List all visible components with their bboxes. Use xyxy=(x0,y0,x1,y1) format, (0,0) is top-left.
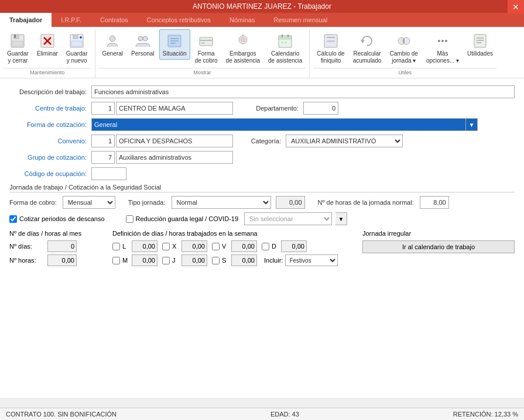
num-horas-label: Nº horas: xyxy=(9,257,47,264)
day-M-input[interactable] xyxy=(132,254,157,266)
day-D-checkbox[interactable] xyxy=(262,243,269,250)
num-dias-row: Nº días: xyxy=(9,240,103,252)
opciones-icon xyxy=(433,32,452,50)
recalcular-label: Recalcular acumulado xyxy=(353,50,382,64)
day-V-input[interactable] xyxy=(231,240,257,252)
eliminar-label: Eliminar xyxy=(37,50,58,57)
day-M-label: M xyxy=(122,257,129,264)
codigo-ocupacion-input[interactable] xyxy=(91,167,126,180)
general-button[interactable]: General xyxy=(99,29,127,60)
day-X-input[interactable] xyxy=(181,240,207,252)
day-D-input[interactable] xyxy=(281,240,307,252)
tab-resumen[interactable]: Resumen mensual xyxy=(264,13,337,27)
days-hours-container: Nº de días / horas al mes Nº días: Nº ho… xyxy=(9,230,353,270)
mostrar-label: Mostrar xyxy=(99,68,306,75)
personal-label: Personal xyxy=(131,50,154,57)
forma-cotizacion-arrow[interactable]: ▼ xyxy=(466,118,478,131)
personal-button[interactable]: Personal xyxy=(128,29,157,60)
incluir-select[interactable]: Festivos xyxy=(285,254,338,266)
week-row-1: L X V D xyxy=(112,240,338,252)
centro-trabajo-label[interactable]: Centro de trabajo: xyxy=(9,105,91,112)
forma-cotizacion-select[interactable]: ▼ xyxy=(91,118,478,131)
centro-name-input[interactable] xyxy=(116,102,233,115)
delete-icon xyxy=(38,32,57,50)
days-hours-section: Nº de días / horas al mes Nº días: Nº ho… xyxy=(9,230,353,270)
tab-contratos[interactable]: Contratos xyxy=(91,13,138,27)
num-dias-input[interactable] xyxy=(47,240,77,252)
svg-rect-35 xyxy=(333,40,335,42)
situacion-icon xyxy=(165,32,184,50)
day-J-input[interactable] xyxy=(181,254,207,266)
forma-cobro-icon xyxy=(197,32,215,50)
descripcion-input[interactable] xyxy=(91,85,515,98)
departamento-label: Departamento: xyxy=(239,105,303,112)
convenio-row: Convenio: Categoría: AUXILIAR ADMINISTRA… xyxy=(9,135,515,147)
save-icon xyxy=(8,32,27,50)
centro-num-input[interactable] xyxy=(91,102,115,115)
cotizar-descanso-text: Cotizar periodos de descanso xyxy=(19,215,105,222)
departamento-input[interactable] xyxy=(303,102,338,115)
tab-trabajador[interactable]: Trabajador xyxy=(0,13,52,27)
day-L-input[interactable] xyxy=(132,240,157,252)
forma-cobro-sched-select[interactable]: Mensual xyxy=(63,196,115,209)
status-right: RETENCIÓN: 12,33 % xyxy=(453,411,518,418)
sin-seleccionar-arrow[interactable]: ▼ xyxy=(335,212,347,225)
day-S-input[interactable] xyxy=(231,254,257,266)
cotizar-descanso-checkbox-label[interactable]: Cotizar periodos de descanso xyxy=(9,215,105,223)
svg-rect-33 xyxy=(327,40,330,42)
ir-calendario-button[interactable]: Ir al calendario de trabajo xyxy=(362,240,515,253)
cambio-jornada-button[interactable]: Cambio de jornada ▾ xyxy=(386,29,422,67)
day-V-checkbox[interactable] xyxy=(212,243,220,250)
window-title: ANTONIO MARTINEZ JUAREZ - Trabajador xyxy=(193,2,331,11)
day-J-checkbox[interactable] xyxy=(162,257,170,264)
calculo-finiquito-button[interactable]: Cálculo de finiquito xyxy=(313,29,348,67)
guardar-cerrar-button[interactable]: Guardar y cerrar xyxy=(4,29,32,67)
codigo-ocupacion-label[interactable]: Código de ocupación: xyxy=(9,170,91,177)
guardar-nuevo-button[interactable]: Guardar y nuevo xyxy=(63,29,91,67)
forma-cobro-button[interactable]: Forma de cobro xyxy=(191,29,221,67)
eliminar-button[interactable]: Eliminar xyxy=(33,29,61,60)
day-S-label: S xyxy=(222,257,229,264)
reduccion-checkbox[interactable] xyxy=(126,215,133,223)
status-left: CONTRATO 100. SIN BONIFICACIÓN xyxy=(6,411,117,418)
dias-semana-title: Definición de días / horas trabajados en… xyxy=(112,230,338,237)
tab-irpf[interactable]: I.R.P.F. xyxy=(52,13,91,27)
day-M-checkbox[interactable] xyxy=(112,257,120,264)
main-content: Descripción del trabajo: Centro de traba… xyxy=(0,78,524,398)
grupo-cotizacion-row: Grupo de cotización: xyxy=(9,151,515,164)
grupo-cotizacion-label[interactable]: Grupo de cotización: xyxy=(9,154,91,161)
irregular-title: Jornada irregular xyxy=(362,230,515,237)
tab-conceptos[interactable]: Conceptos retributivos xyxy=(138,13,220,27)
calendario-button[interactable]: Calendario de asistencia xyxy=(265,29,306,67)
utilidades-button[interactable]: Utilidades xyxy=(464,29,496,60)
close-button[interactable]: ✕ xyxy=(508,0,524,14)
convenio-num-input[interactable] xyxy=(91,135,115,147)
mas-opciones-button[interactable]: Más opciones... ▾ xyxy=(423,29,463,67)
day-S-checkbox[interactable] xyxy=(212,257,220,264)
horas-jornada-input[interactable] xyxy=(420,196,449,209)
convenio-name-input[interactable] xyxy=(116,135,233,147)
situacion-button[interactable]: Situación xyxy=(159,29,190,60)
num-horas-input[interactable] xyxy=(47,254,77,266)
week-row-2: M J S Incluir: Festivos xyxy=(112,254,338,266)
categoria-select[interactable]: AUXILIAR ADMINISTRATIVO xyxy=(286,135,403,147)
day-D-label: D xyxy=(272,243,279,250)
tipo-jornada-select[interactable]: Normal xyxy=(172,196,271,209)
forma-cotizacion-label[interactable]: Forma de cotización: xyxy=(9,121,91,128)
num-dias-label: Nº días: xyxy=(9,243,47,250)
cotizar-descanso-checkbox[interactable] xyxy=(9,215,17,223)
tipo-jornada-num[interactable] xyxy=(276,196,305,209)
reduccion-checkbox-label[interactable]: Reducción guarda legal / COVID-19 xyxy=(126,215,238,223)
recalcular-button[interactable]: Recalcular acumulado xyxy=(350,29,385,67)
tab-nominas[interactable]: Nóminas xyxy=(220,13,264,27)
forma-cotizacion-input[interactable] xyxy=(91,118,466,131)
embargos-button[interactable]: Embargos de asistencia xyxy=(222,29,263,67)
day-X-checkbox[interactable] xyxy=(162,243,170,250)
svg-point-23 xyxy=(241,37,245,42)
day-L-checkbox[interactable] xyxy=(112,243,120,250)
grupo-cotizacion-num-input[interactable] xyxy=(91,151,115,164)
convenio-label[interactable]: Convenio: xyxy=(9,137,91,144)
sin-seleccionar-select[interactable]: Sin seleccionar xyxy=(244,212,332,225)
grupo-cotizacion-name-input[interactable] xyxy=(116,151,233,164)
svg-point-13 xyxy=(138,36,143,41)
